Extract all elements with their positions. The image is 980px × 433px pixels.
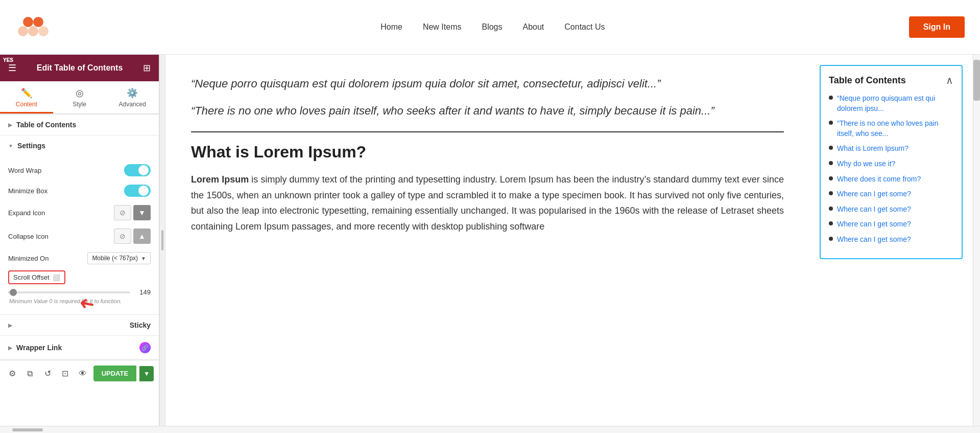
toc-bullet — [829, 237, 833, 241]
toc-list-item[interactable]: Where can I get some? — [829, 204, 953, 215]
toc-item-text: Where can I get some? — [837, 235, 911, 245]
toc-bullet — [829, 121, 833, 125]
nav-home[interactable]: Home — [380, 22, 402, 32]
minimized-on-arrow: ▼ — [141, 256, 146, 261]
toc-list-item[interactable]: Where can I get some? — [829, 189, 953, 199]
toc-box: Table of Contents ∧ “Neque porro quisqua… — [820, 65, 963, 259]
toc-bullet — [829, 96, 833, 100]
update-arrow-button[interactable]: ▼ — [139, 366, 154, 381]
toc-list-item[interactable]: Where does it come from? — [829, 174, 953, 185]
slider-thumb[interactable] — [10, 289, 17, 296]
page-scrollbar[interactable] — [973, 55, 980, 426]
slider-row: 149 — [8, 288, 151, 296]
tab-advanced-label: Advanced — [118, 101, 146, 108]
nav-blogs[interactable]: Blogs — [482, 22, 502, 32]
scroll-offset-row: Scroll Offset ⬜ 149 Minimum Value 0 is r… — [8, 268, 151, 306]
preview-bottom-icon[interactable]: 👁 — [76, 366, 90, 381]
toc-list-item[interactable]: “There is no one who loves pain itself, … — [829, 119, 953, 139]
svg-point-3 — [28, 26, 38, 36]
nav-about[interactable]: About — [523, 22, 544, 32]
history-bottom-icon[interactable]: ↺ — [40, 366, 55, 381]
expand-icon-circle[interactable]: ⊘ — [114, 205, 131, 220]
toc-section-header[interactable]: ▶ Table of Contents — [0, 115, 159, 135]
sticky-section-label: Sticky — [130, 321, 151, 329]
toc-bullet — [829, 146, 833, 150]
nav-new-items[interactable]: New Items — [423, 22, 462, 32]
content-body-text: is simply dummy text of the printing and… — [191, 174, 784, 232]
toc-list-item[interactable]: Why do we use it? — [829, 159, 953, 169]
toc-item-text: Where can I get some? — [837, 189, 911, 199]
settings-section-header[interactable]: ▼ Settings — [0, 135, 159, 156]
scroll-offset-link-icon: ⬜ — [53, 274, 60, 281]
toc-section-label: Table of Contents — [16, 121, 76, 129]
svg-point-0 — [23, 17, 33, 27]
toc-item-text: Where does it come from? — [837, 174, 921, 185]
slider-hint: Minimum Value 0 is required for it to fu… — [8, 298, 151, 304]
layers-bottom-icon[interactable]: ⧉ — [23, 366, 38, 381]
collapse-icon-circle[interactable]: ⊘ — [114, 229, 131, 244]
wrapper-link-icon: 🔗 — [139, 342, 151, 353]
wrapper-link-header[interactable]: ▶ Wrapper Link 🔗 — [0, 336, 159, 359]
sticky-section-arrow: ▶ — [8, 323, 12, 328]
nav-contact-us[interactable]: Contact Us — [564, 22, 605, 32]
scrollbar-thumb-horizontal[interactable] — [12, 428, 43, 431]
sticky-section: ▶ Sticky — [0, 315, 159, 336]
settings-content: Word Wrap YES Minimize Box YES — [0, 156, 159, 314]
sticky-section-header[interactable]: ▶ Sticky — [0, 315, 159, 335]
tab-content[interactable]: ✏️ Content — [0, 81, 53, 113]
resize-handle[interactable] — [159, 55, 165, 426]
collapse-icon-select: ⊘ ▲ — [114, 229, 151, 244]
minimize-box-row: Minimize Box YES — [8, 180, 151, 201]
lorem-ipsum-bold: Lorem Ipsum — [191, 174, 249, 185]
toc-bullet — [829, 176, 833, 180]
advanced-tab-icon: ⚙️ — [127, 87, 138, 99]
style-tab-icon: ◎ — [76, 87, 84, 99]
bottom-scrollbar[interactable] — [0, 426, 980, 433]
word-wrap-toggle[interactable]: YES — [124, 164, 151, 176]
nav-links: Home New Items Blogs About Contact Us — [77, 22, 909, 32]
sidebar-tabs: ✏️ Content ◎ Style ⚙️ Advanced — [0, 81, 159, 115]
toc-section-arrow: ▶ — [8, 122, 12, 128]
toc-list-item[interactable]: What is Lorem Ipsum? — [829, 144, 953, 154]
toc-bullet — [829, 191, 833, 195]
toc-collapse-button[interactable]: ∧ — [946, 74, 953, 86]
minimize-box-label: Minimize Box — [8, 187, 47, 195]
signin-button[interactable]: Sign In — [909, 16, 965, 38]
content-heading: What is Lorem Ipsum? — [191, 143, 784, 162]
minimize-box-toggle[interactable]: YES — [124, 185, 151, 197]
scroll-offset-label-wrap: Scroll Offset ⬜ — [8, 270, 65, 284]
toc-list-item[interactable]: Where can I get some? — [829, 235, 953, 245]
toc-header: Table of Contents ∧ — [829, 74, 953, 86]
logo — [15, 12, 56, 42]
settings-bottom-icon[interactable]: ⚙ — [5, 366, 20, 381]
collapse-icon-arrow[interactable]: ▲ — [133, 229, 151, 244]
content-divider — [191, 131, 784, 132]
resize-handle-bar — [161, 230, 163, 250]
grid-icon[interactable]: ⊞ — [143, 62, 151, 74]
tab-style-label: Style — [73, 101, 86, 108]
minimized-on-select[interactable]: Mobile (< 767px) ▼ — [87, 252, 151, 264]
expand-icon-label: Expand Icon — [8, 209, 45, 217]
settings-section-arrow: ▼ — [8, 143, 13, 149]
toc-bullet — [829, 207, 833, 211]
svg-point-1 — [33, 17, 43, 27]
slider-track[interactable] — [8, 291, 130, 293]
toc-list-item[interactable]: Where can I get some? — [829, 219, 953, 230]
duplicate-bottom-icon[interactable]: ⊡ — [58, 366, 73, 381]
expand-icon-arrow[interactable]: ▼ — [133, 205, 151, 220]
tab-advanced[interactable]: ⚙️ Advanced — [106, 81, 159, 113]
toc-item-text: Why do we use it? — [837, 159, 895, 169]
collapse-icon-label: Collapse Icon — [8, 233, 49, 240]
minimize-box-toggle-yes: YES — [3, 57, 13, 63]
main-content: “Neque porro quisquam est qui dolorem ip… — [165, 55, 809, 426]
hamburger-icon[interactable]: ☰ — [8, 62, 16, 74]
quote-2: “There is no one who loves pain itself, … — [191, 102, 784, 119]
minimize-box-thumb — [138, 186, 149, 196]
toc-list-item[interactable]: “Neque porro quisquam est qui dolorem ip… — [829, 94, 953, 113]
toc-panel-title: Table of Contents — [829, 75, 906, 86]
scrollbar-thumb-vertical[interactable] — [973, 60, 980, 101]
content-tab-icon: ✏️ — [21, 87, 32, 99]
update-button[interactable]: UPDATE — [93, 366, 136, 381]
tab-style[interactable]: ◎ Style — [53, 81, 106, 113]
word-wrap-label: Word Wrap — [8, 167, 41, 174]
